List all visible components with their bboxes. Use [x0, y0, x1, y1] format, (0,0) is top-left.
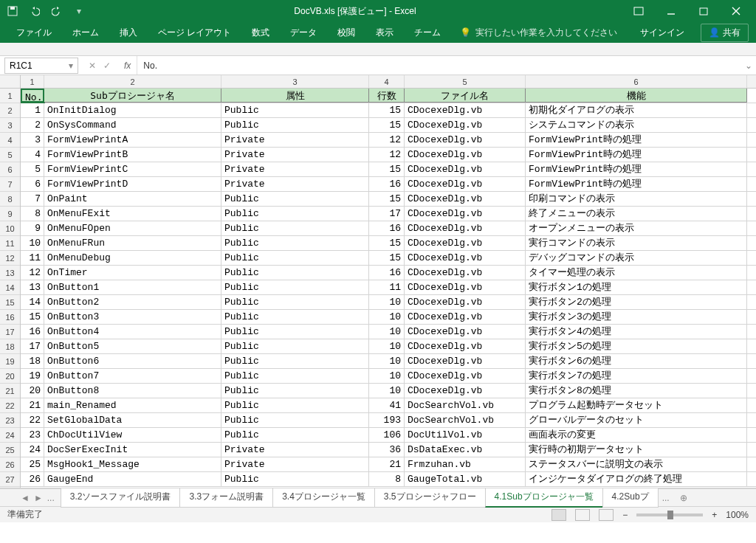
cell[interactable]: CDocexeDlg.vb — [405, 266, 526, 280]
cell[interactable]: 13 — [21, 280, 44, 294]
row-header[interactable]: 15 — [0, 295, 20, 310]
cell[interactable]: CDocexeDlg.vb — [405, 251, 526, 265]
cell[interactable]: 15 — [369, 162, 405, 176]
cell[interactable]: Private — [221, 148, 369, 162]
cell[interactable]: Private — [221, 133, 369, 147]
cell[interactable]: Private — [221, 457, 369, 471]
tab-team[interactable]: チーム — [405, 24, 450, 42]
cell[interactable]: 17 — [369, 207, 405, 221]
cell[interactable]: FormViewPrintD — [44, 177, 221, 191]
sheet-nav-next-icon[interactable]: ► — [34, 493, 43, 503]
cell[interactable]: CDocexeDlg.vb — [405, 339, 526, 353]
cell[interactable]: 22 — [21, 413, 44, 427]
cell[interactable]: 6 — [21, 177, 44, 191]
cell[interactable]: 実行ボタン2の処理 — [526, 295, 747, 309]
cell[interactable]: OnPaint — [44, 192, 221, 206]
row-header[interactable]: 17 — [0, 325, 20, 339]
sheet-nav-more[interactable]: ... — [47, 493, 55, 503]
cell[interactable]: 17 — [21, 339, 44, 353]
cell[interactable]: Public — [221, 192, 369, 206]
cell[interactable]: 16 — [369, 266, 405, 280]
header-cell[interactable]: 属性 — [221, 89, 369, 103]
cell[interactable]: 14 — [21, 295, 44, 309]
cell[interactable]: ChDocUtilView — [44, 428, 221, 442]
cell[interactable]: GaugeTotal.vb — [405, 472, 526, 486]
zoom-out-icon[interactable]: − — [622, 510, 628, 520]
cell[interactable]: OnSysCommand — [44, 118, 221, 132]
cell[interactable]: CDocexeDlg.vb — [405, 310, 526, 324]
row-header[interactable]: 5 — [0, 148, 20, 162]
row-header[interactable]: 18 — [0, 339, 20, 354]
row-header[interactable]: 19 — [0, 354, 20, 369]
cell[interactable]: SetGlobalData — [44, 413, 221, 427]
cell[interactable]: Public — [221, 103, 369, 117]
cell[interactable]: インジケータダイアログの終了処理 — [526, 472, 747, 486]
enter-formula-icon[interactable]: ✓ — [103, 60, 111, 71]
cell[interactable]: 21 — [21, 398, 44, 412]
cell[interactable]: Public — [221, 221, 369, 235]
cell[interactable]: Public — [221, 280, 369, 294]
cell[interactable]: CDocexeDlg.vb — [405, 148, 526, 162]
cell[interactable]: Public — [221, 236, 369, 250]
row-header[interactable]: 6 — [0, 162, 20, 177]
row-header[interactable]: 20 — [0, 369, 20, 384]
tell-me[interactable]: 💡 実行したい作業を入力してください — [460, 27, 617, 39]
cell[interactable]: Public — [221, 339, 369, 353]
cell[interactable]: CDocexeDlg.vb — [405, 354, 526, 368]
cell[interactable]: Frmzuhan.vb — [405, 457, 526, 471]
cell[interactable]: CDocexeDlg.vb — [405, 295, 526, 309]
cell[interactable]: CDocexeDlg.vb — [405, 133, 526, 147]
row-header[interactable]: 27 — [0, 472, 20, 487]
row-header[interactable]: 22 — [0, 398, 20, 413]
cell[interactable]: 5 — [21, 162, 44, 176]
tab-formulas[interactable]: 数式 — [243, 24, 278, 42]
cell[interactable]: タイマー処理の表示 — [526, 266, 747, 280]
cell[interactable]: 23 — [21, 428, 44, 442]
header-cell[interactable]: 行数 — [369, 89, 405, 103]
cell[interactable]: Public — [221, 325, 369, 339]
minimize-icon[interactable] — [656, 1, 687, 21]
col-header[interactable]: 1 — [21, 75, 44, 88]
new-sheet-icon[interactable]: ⊕ — [674, 490, 693, 506]
cancel-formula-icon[interactable]: ✕ — [89, 60, 96, 71]
ribbon-display-icon[interactable] — [623, 1, 654, 21]
sheet-overflow[interactable]: ... — [658, 490, 674, 506]
name-box[interactable]: R1C1 ▾ — [4, 58, 78, 74]
cell[interactable]: 実行ボタン4の処理 — [526, 325, 747, 339]
cell[interactable]: CDocexeDlg.vb — [405, 177, 526, 191]
cell[interactable]: CDocexeDlg.vb — [405, 207, 526, 221]
cell[interactable]: 16 — [369, 177, 405, 191]
maximize-icon[interactable] — [688, 1, 719, 21]
cell[interactable]: 1 — [21, 103, 44, 117]
cell[interactable]: 印刷コマンドの表示 — [526, 192, 747, 206]
redo-icon[interactable] — [49, 3, 65, 19]
row-header[interactable]: 14 — [0, 280, 20, 295]
cell[interactable]: OnInitDialog — [44, 103, 221, 117]
tab-insert[interactable]: 挿入 — [111, 24, 146, 42]
cell[interactable]: システムコマンドの表示 — [526, 118, 747, 132]
cells-grid[interactable]: No.Subプロシージャ名属性行数ファイル名機能1OnInitDialogPub… — [21, 89, 756, 488]
cell[interactable]: Public — [221, 369, 369, 383]
chevron-down-icon[interactable]: ▾ — [69, 60, 73, 71]
cell[interactable]: 実行ボタン3の処理 — [526, 310, 747, 324]
cell[interactable]: 実行ボタン1の処理 — [526, 280, 747, 294]
cell[interactable]: 実行ボタン8の処理 — [526, 384, 747, 398]
cell[interactable]: 15 — [369, 192, 405, 206]
cell[interactable]: 15 — [369, 103, 405, 117]
cell[interactable]: 10 — [369, 369, 405, 383]
select-all-corner[interactable] — [0, 75, 21, 89]
cell[interactable]: Public — [221, 266, 369, 280]
cell[interactable]: ステータスバーに説明文の表示 — [526, 457, 747, 471]
cell[interactable]: FormViewPrintB — [44, 148, 221, 162]
cell[interactable]: OnMenuFOpen — [44, 221, 221, 235]
cell[interactable]: OnMenuDebug — [44, 251, 221, 265]
zoom-level[interactable]: 100% — [726, 510, 749, 520]
row-header[interactable]: 13 — [0, 266, 20, 280]
undo-icon[interactable] — [27, 3, 43, 19]
row-header[interactable]: 2 — [0, 103, 20, 118]
cell[interactable]: 10 — [21, 236, 44, 250]
cell[interactable]: 15 — [21, 310, 44, 324]
qat-customize-icon[interactable]: ▾ — [71, 3, 87, 19]
cell[interactable]: 画面表示の変更 — [526, 428, 747, 442]
cell[interactable]: FormViewPrint時の処理 — [526, 177, 747, 191]
